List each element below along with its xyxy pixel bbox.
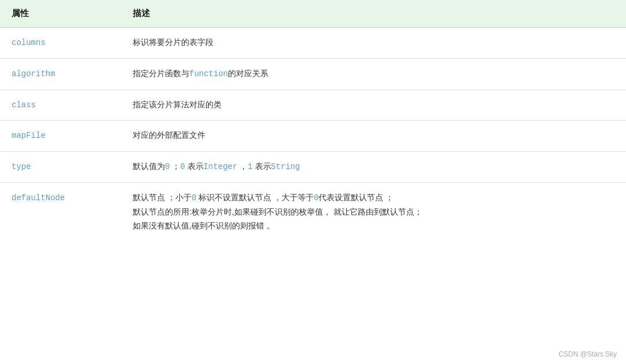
table-row: mapFile对应的外部配置文件: [0, 121, 626, 152]
attr-value: mapFile: [12, 131, 46, 140]
header-desc: 描述: [121, 0, 626, 28]
table-container: 属性 描述 columns标识将要分片的表字段algorithm指定分片函数与f…: [0, 0, 626, 364]
table-row: columns标识将要分片的表字段: [0, 28, 626, 59]
table-row: class指定该分片算法对应的类: [0, 89, 626, 121]
table-row: defaultNode默认节点 ；小于0 标识不设置默认节点 ，大于等于0代表设…: [0, 182, 626, 241]
attr-cell: type: [0, 152, 121, 183]
header-attr: 属性: [0, 0, 121, 28]
attr-value: class: [12, 100, 36, 110]
table-row: algorithm指定分片函数与function的对应关系: [0, 58, 626, 89]
desc-cell: 默认节点 ；小于0 标识不设置默认节点 ，大于等于0代表设置默认节点 ；默认节点…: [121, 182, 626, 241]
desc-cell: 默认值为0 ；0 表示Integer ，1 表示String: [121, 152, 626, 183]
properties-table: 属性 描述 columns标识将要分片的表字段algorithm指定分片函数与f…: [0, 0, 626, 241]
attr-value: defaultNode: [12, 193, 65, 202]
desc-cell: 对应的外部配置文件: [121, 121, 626, 152]
desc-cell: 标识将要分片的表字段: [121, 28, 626, 59]
attr-value: columns: [12, 38, 46, 47]
attr-value: algorithm: [12, 69, 55, 78]
attr-cell: defaultNode: [0, 182, 121, 241]
attr-value: type: [12, 162, 31, 171]
watermark: CSDN @Stars.Sky: [558, 350, 617, 358]
desc-cell: 指定分片函数与function的对应关系: [121, 58, 626, 89]
attr-cell: mapFile: [0, 121, 121, 152]
attr-cell: columns: [0, 28, 121, 59]
table-row: type默认值为0 ；0 表示Integer ，1 表示String: [0, 152, 626, 183]
desc-cell: 指定该分片算法对应的类: [121, 89, 626, 121]
attr-cell: algorithm: [0, 58, 121, 89]
attr-cell: class: [0, 89, 121, 121]
